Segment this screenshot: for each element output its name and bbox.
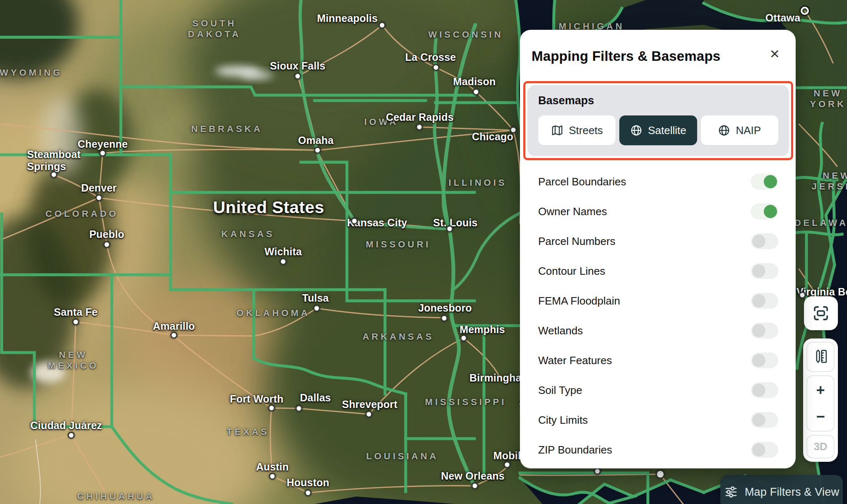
toggle-knob bbox=[752, 235, 765, 248]
layer-row-soil-type: Soil Type bbox=[520, 375, 796, 405]
basemap-streets-button[interactable]: Streets bbox=[538, 115, 616, 145]
toggle-water-features[interactable] bbox=[751, 353, 778, 368]
layer-row-contour-lines: Contour Lines bbox=[520, 256, 796, 286]
zoom-in-button[interactable]: + bbox=[807, 377, 834, 403]
layer-row-water-features: Water Features bbox=[520, 346, 796, 375]
layer-label: Parcel Numbers bbox=[538, 235, 615, 248]
panel-title: Mapping Filters & Basemaps bbox=[532, 48, 720, 64]
basemap-label: Satellite bbox=[648, 124, 686, 137]
layer-label: FEMA Floodplain bbox=[538, 295, 620, 307]
toggle-soil-type[interactable] bbox=[751, 382, 778, 398]
map-stage: SOUTH DAKOTAWISCONSINMICHIGANWYOMINGNEBR… bbox=[0, 0, 847, 504]
map-filters-and-view-label: Map Filters & View bbox=[745, 486, 839, 499]
toggle-fema-floodplain[interactable] bbox=[751, 293, 778, 309]
measure-icon bbox=[812, 348, 829, 365]
sliders-icon bbox=[724, 485, 738, 499]
basemap-label: Streets bbox=[569, 124, 603, 137]
basemap-options-row: StreetsSatelliteNAIP bbox=[538, 115, 778, 145]
map-tools-group: + − 3D bbox=[803, 338, 838, 462]
toggle-3d-button[interactable]: 3D bbox=[806, 435, 835, 458]
toggle-knob bbox=[752, 294, 765, 307]
toggle-knob bbox=[752, 443, 765, 456]
capture-view-button[interactable] bbox=[804, 296, 838, 330]
panel-header: Mapping Filters & Basemaps ✕ bbox=[520, 30, 796, 77]
capture-icon bbox=[812, 304, 830, 322]
basemap-satellite-button[interactable]: Satellite bbox=[619, 115, 697, 145]
layer-toggle-list: Parcel BoundariesOwner NamesParcel Numbe… bbox=[520, 160, 796, 465]
globe-icon bbox=[630, 124, 642, 137]
toggle-knob bbox=[752, 384, 765, 397]
layer-row-fema-floodplain: FEMA Floodplain bbox=[520, 286, 796, 316]
map-filters-and-view-button[interactable]: Map Filters & View bbox=[720, 475, 843, 504]
layer-label: Owner Names bbox=[538, 205, 607, 218]
basemaps-highlight-border: Basemaps StreetsSatelliteNAIP bbox=[523, 81, 793, 160]
toggle-knob bbox=[764, 175, 777, 188]
zoom-control: + − bbox=[806, 375, 835, 432]
close-button[interactable]: ✕ bbox=[768, 46, 782, 62]
mapping-filters-panel: Mapping Filters & Basemaps ✕ Basemaps St… bbox=[520, 30, 796, 468]
toggle-parcel-boundaries[interactable] bbox=[751, 174, 778, 190]
toggle-knob bbox=[752, 264, 765, 278]
layer-label: Parcel Boundaries bbox=[538, 175, 626, 188]
toggle-owner-names[interactable] bbox=[751, 204, 778, 219]
toggle-knob bbox=[752, 413, 765, 427]
layer-label: Water Features bbox=[538, 354, 612, 367]
zoom-out-button[interactable]: − bbox=[807, 403, 834, 430]
toggle-wetlands[interactable] bbox=[751, 323, 778, 338]
layer-row-parcel-boundaries: Parcel Boundaries bbox=[520, 167, 796, 197]
basemaps-section-label: Basemaps bbox=[538, 94, 778, 107]
toggle-knob bbox=[764, 205, 777, 218]
layer-row-wetlands: Wetlands bbox=[520, 316, 796, 346]
layer-row-parcel-numbers: Parcel Numbers bbox=[520, 226, 796, 256]
layer-label: Contour Lines bbox=[538, 265, 605, 278]
toggle-zip-boundaries[interactable] bbox=[751, 442, 778, 458]
basemap-naip-button[interactable]: NAIP bbox=[701, 115, 778, 145]
layer-row-zip-boundaries: ZIP Boundaries bbox=[520, 435, 796, 465]
map-icon bbox=[551, 124, 563, 137]
toggle-city-limits[interactable] bbox=[751, 412, 778, 428]
layer-label: City Limits bbox=[538, 414, 588, 427]
toggle-knob bbox=[752, 324, 765, 337]
toggle-knob bbox=[752, 354, 765, 367]
layer-row-owner-names: Owner Names bbox=[520, 197, 796, 226]
toggle-contour-lines[interactable] bbox=[751, 263, 778, 279]
basemap-label: NAIP bbox=[736, 124, 761, 137]
layer-label: ZIP Boundaries bbox=[538, 444, 612, 456]
globe-icon bbox=[718, 124, 730, 137]
layer-label: Soil Type bbox=[538, 384, 582, 397]
toggle-parcel-numbers[interactable] bbox=[751, 233, 778, 249]
layer-label: Wetlands bbox=[538, 324, 583, 337]
layer-row-city-limits: City Limits bbox=[520, 405, 796, 435]
measure-tool-button[interactable] bbox=[806, 342, 835, 372]
basemaps-section: Basemaps StreetsSatelliteNAIP bbox=[527, 85, 789, 156]
